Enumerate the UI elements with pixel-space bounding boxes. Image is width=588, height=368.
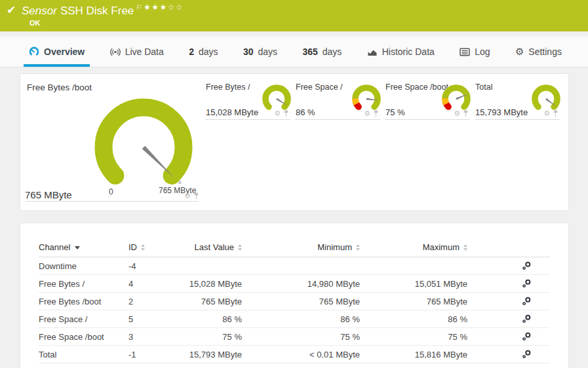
cell-last-value: 15,028 MByte: [189, 279, 242, 289]
small-gauge-value: 15,793 MByte: [475, 107, 528, 117]
cell-minimum: 86 %: [340, 314, 360, 324]
cell-maximum: 86 %: [448, 314, 467, 324]
cell-maximum: 15,816 MByte: [415, 350, 467, 359]
column-header-channel[interactable]: Channel: [39, 242, 128, 252]
table-row-free-space-root: Free Space / 5 86 % 86 % 86 %: [39, 310, 550, 328]
sort-icon: [141, 244, 145, 251]
column-header-minimum[interactable]: Minimum: [242, 242, 360, 252]
tab-overview-label: Overview: [44, 46, 85, 57]
cell-maximum: 75 %: [448, 332, 467, 342]
main-gauge-actions: ⚙: [184, 193, 199, 200]
small-gauge-actions: ⚙: [543, 110, 559, 117]
small-gauge-free-space-boot[interactable]: Free Space /boot 75 % ⚙: [385, 82, 470, 120]
channel-table-header: Channel ID Last Value Minimum Maximum: [39, 238, 550, 257]
cell-minimum: 765 MByte: [319, 297, 360, 306]
cell-maximum: 15,051 MByte: [415, 279, 467, 289]
gauge-settings-gear-icon[interactable]: ⚙: [364, 110, 370, 117]
sensor-header-bar: ✔ SensorSSH Disk Free⚐ ★★★☆☆ OK: [0, 0, 588, 31]
cell-channel: Free Bytes /boot: [39, 297, 128, 306]
small-gauge-title: Free Bytes /: [206, 83, 250, 92]
column-header-id[interactable]: ID: [128, 242, 168, 252]
small-gauge-title: Total: [475, 83, 492, 92]
tab-2-days[interactable]: 2 days: [189, 37, 218, 67]
table-row-free-bytes-boot: Free Bytes /boot 2 765 MByte 765 MByte 7…: [39, 293, 550, 310]
channel-settings-icon[interactable]: [522, 314, 532, 323]
table-row-total: Total -1 15,793 MByte < 0.01 MByte 15,81…: [39, 346, 550, 363]
cell-minimum: < 0.01 MByte: [309, 350, 360, 359]
tab-30-days-number: 30: [243, 46, 254, 57]
tab-settings[interactable]: ⚙ Settings: [515, 37, 562, 67]
gauge-settings-gear-icon[interactable]: ⚙: [274, 110, 281, 117]
cell-channel: Free Bytes /: [39, 279, 128, 289]
small-gauge-actions: ⚙: [274, 110, 289, 117]
channel-settings-icon[interactable]: [522, 279, 532, 288]
pin-icon[interactable]: [283, 110, 289, 117]
small-gauge-total[interactable]: Total 15,793 MByte ⚙: [475, 82, 560, 120]
small-gauge-actions: ⚙: [364, 110, 379, 117]
cell-last-value: 15,793 MByte: [189, 350, 242, 359]
small-gauge-title: Free Space /: [296, 83, 343, 92]
tab-30-days[interactable]: 30 days: [243, 37, 277, 67]
tab-365-days-number: 365: [302, 46, 317, 57]
cell-last-value: 86 %: [222, 314, 242, 324]
settings-gear-icon: ⚙: [515, 47, 524, 57]
cell-minimum: 14,980 MByte: [307, 279, 360, 289]
historic-chart-icon: [367, 48, 378, 56]
small-gauge-free-bytes-root[interactable]: Free Bytes / 15,028 MByte ⚙: [205, 82, 290, 120]
sort-desc-icon: [75, 246, 80, 249]
priority-flag-icon[interactable]: ⚐: [136, 3, 142, 12]
main-gauge-dial[interactable]: [81, 85, 206, 193]
tab-log[interactable]: Log: [460, 37, 490, 67]
small-gauge-value: 75 %: [385, 107, 405, 117]
cell-channel: Free Space /: [39, 314, 128, 324]
priority-stars[interactable]: ★★★☆☆: [144, 3, 184, 12]
cell-channel: Total: [39, 350, 128, 359]
sensor-title-name: SSH Disk Free: [60, 5, 134, 17]
pin-icon[interactable]: [193, 193, 199, 200]
table-row-free-space-boot: Free Space /boot 3 75 % 75 % 75 %: [39, 328, 550, 346]
tab-historic-data-label: Historic Data: [382, 46, 435, 57]
cell-minimum: 75 %: [340, 332, 360, 342]
pin-icon[interactable]: [373, 110, 379, 117]
small-gauge-value: 86 %: [296, 107, 315, 117]
channel-settings-icon[interactable]: [522, 332, 532, 341]
sensor-status-badge: OK: [29, 19, 41, 27]
stars-empty[interactable]: ☆☆: [168, 3, 184, 12]
tab-live-data[interactable]: Live Data: [110, 37, 164, 67]
channel-settings-icon[interactable]: [522, 297, 532, 306]
gauge-settings-gear-icon[interactable]: ⚙: [454, 110, 460, 117]
column-header-last-value[interactable]: Last Value: [168, 242, 242, 252]
stars-filled[interactable]: ★★★: [144, 3, 168, 12]
sensor-title: SensorSSH Disk Free⚐: [22, 3, 142, 18]
tab-log-label: Log: [475, 46, 490, 57]
channel-settings-icon[interactable]: [522, 350, 532, 359]
log-list-icon: [460, 48, 470, 56]
main-gauge-scale-min: 0: [109, 187, 113, 196]
pin-icon[interactable]: [553, 110, 559, 117]
cell-last-value: 765 MByte: [201, 297, 242, 306]
sensor-title-prefix: Sensor: [22, 5, 57, 17]
pin-icon[interactable]: [463, 110, 469, 117]
table-row-free-bytes-root: Free Bytes / 4 15,028 MByte 14,980 MByte…: [39, 275, 550, 293]
cell-id: 4: [128, 279, 168, 289]
cell-last-value: 75 %: [222, 332, 242, 342]
cell-id: -4: [128, 261, 168, 271]
tab-historic-data[interactable]: Historic Data: [367, 37, 435, 67]
tab-365-days[interactable]: 365 days: [302, 37, 342, 67]
gauge-settings-gear-icon[interactable]: ⚙: [543, 110, 550, 117]
gauge-settings-gear-icon[interactable]: ⚙: [184, 193, 191, 200]
cell-id: 3: [128, 332, 168, 342]
column-header-maximum[interactable]: Maximum: [360, 242, 467, 252]
tab-30-days-unit: days: [258, 46, 277, 57]
channel-table-panel: Channel ID Last Value Minimum Maximum Do…: [20, 223, 569, 368]
tab-2-days-number: 2: [189, 46, 194, 57]
gauge-icon: [29, 46, 39, 57]
tab-bar: Overview Live Data 2 days 30 days 365 da…: [0, 37, 588, 67]
needle-marker: x: [178, 179, 182, 185]
channel-settings-icon[interactable]: [522, 261, 532, 270]
cell-channel: Free Space /boot: [39, 332, 128, 342]
tab-overview[interactable]: Overview: [29, 37, 85, 67]
cell-id: -1: [128, 350, 168, 359]
table-row-downtime: Downtime -4: [39, 257, 550, 275]
small-gauge-free-space-root[interactable]: Free Space / 86 % ⚙: [295, 82, 380, 120]
